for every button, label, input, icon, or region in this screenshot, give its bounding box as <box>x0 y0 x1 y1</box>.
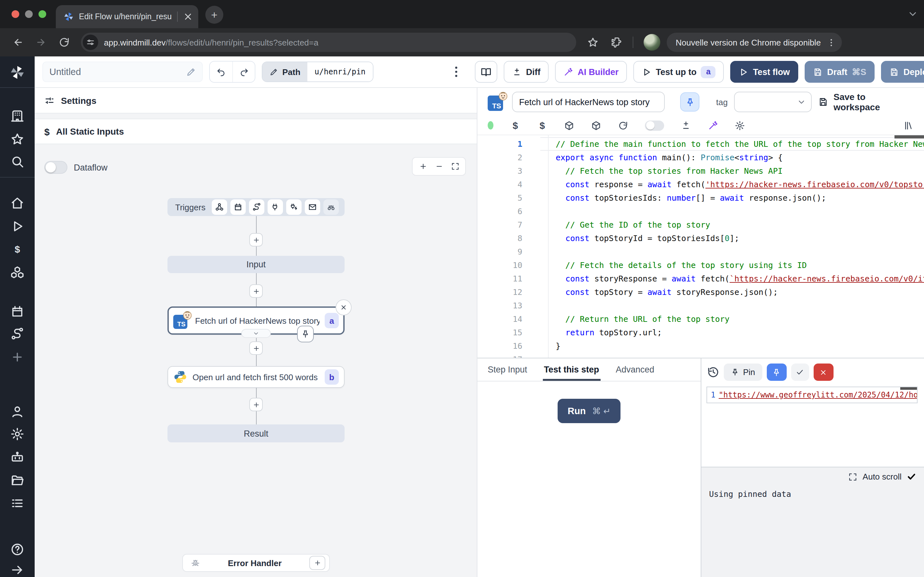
insert-step-button[interactable] <box>249 342 263 355</box>
error-handler-node[interactable]: Error Handler <box>182 554 330 572</box>
extensions-icon[interactable] <box>610 37 622 48</box>
trigger-route-button[interactable] <box>249 199 264 215</box>
package-icon[interactable] <box>564 120 574 131</box>
new-tab-button[interactable]: + <box>205 6 223 24</box>
dataflow-toggle[interactable] <box>44 161 67 174</box>
auto-scroll-control[interactable]: Auto scroll <box>709 472 916 482</box>
code-line[interactable]: 10 // Fetch the details of the top story… <box>477 258 924 272</box>
sidebar-home-icon[interactable] <box>10 196 24 210</box>
settings-row[interactable]: Settings <box>35 88 477 113</box>
insert-step-button[interactable] <box>249 284 263 298</box>
diff-button[interactable]: Diff <box>503 61 549 83</box>
package-icon[interactable] <box>591 120 601 131</box>
address-bar[interactable]: app.windmill.dev/flows/edit/u/henri/pin_… <box>81 33 576 52</box>
fit-view-button[interactable] <box>448 159 462 173</box>
sidebar-list-icon[interactable] <box>10 496 24 510</box>
refresh-icon[interactable] <box>618 120 628 131</box>
history-icon[interactable] <box>707 366 719 378</box>
toggle-icon[interactable] <box>645 120 664 131</box>
zoom-out-button[interactable] <box>432 159 446 173</box>
flow-canvas[interactable]: Dataflow Triggers <box>35 144 477 577</box>
run-button[interactable]: Run ⌘ ↵ <box>557 399 621 423</box>
code-line[interactable]: 7 // Get the ID of the top story <box>477 218 924 231</box>
code-line[interactable]: 4 const response = await fetch('https://… <box>477 177 924 191</box>
trigger-mail-button[interactable] <box>305 199 320 215</box>
add-error-handler-button[interactable] <box>309 556 325 570</box>
chrome-update-button[interactable]: Nouvelle version de Chrome disponible <box>667 33 842 52</box>
tab-search-chevron-icon[interactable] <box>907 8 918 19</box>
sidebar-question-icon[interactable] <box>10 542 24 556</box>
code-line[interactable]: 9 <box>477 245 924 258</box>
dollar-icon[interactable]: $ <box>510 120 520 131</box>
dollar-icon[interactable]: $ <box>537 120 548 131</box>
sidebar-route-icon[interactable] <box>10 327 24 341</box>
pin-chip-button[interactable]: Pin <box>724 364 762 381</box>
test-up-to-badge[interactable]: a <box>701 66 716 78</box>
trigger-plug-button[interactable] <box>268 199 283 215</box>
sidebar-search-icon[interactable] <box>10 155 24 169</box>
edit-pencil-icon[interactable] <box>186 67 196 77</box>
undo-button[interactable] <box>210 61 232 82</box>
zoom-in-button[interactable] <box>416 159 430 173</box>
insert-step-button[interactable] <box>249 398 263 411</box>
expand-icon[interactable] <box>849 472 858 481</box>
deploy-button[interactable]: Deploy <box>881 61 924 83</box>
avatar[interactable] <box>644 34 660 51</box>
windmill-logo-icon[interactable] <box>10 65 25 80</box>
tab-advanced[interactable]: Advanced <box>615 358 654 381</box>
code-line[interactable]: 14 // Return the URL of the top story <box>477 312 924 326</box>
code-line[interactable]: 12 const topStory = await storyResponse.… <box>477 285 924 299</box>
editor-scrollbar[interactable] <box>895 135 924 139</box>
window-minimize-button[interactable] <box>25 10 33 18</box>
save-to-workspace-button[interactable]: Save to workspace <box>818 92 914 112</box>
sidebar-calendar-icon[interactable] <box>10 305 24 319</box>
site-info-icon[interactable] <box>83 35 98 50</box>
reload-icon[interactable] <box>58 37 70 48</box>
accept-button[interactable] <box>791 364 809 381</box>
browser-tab[interactable]: Edit Flow u/henri/pin_results <box>56 5 198 28</box>
sidebar-arrow-right-icon[interactable] <box>10 563 24 577</box>
expand-step-chevron[interactable] <box>241 329 271 338</box>
triggers-node[interactable]: Triggers <box>168 198 344 216</box>
more-options-icon[interactable] <box>449 65 463 79</box>
sidebar-star-icon[interactable] <box>10 132 24 146</box>
flow-step-b[interactable]: Open url and fetch first 500 words of ..… <box>168 366 344 388</box>
sidebar-cubes-icon[interactable] <box>10 266 24 279</box>
pin-active-button[interactable] <box>767 364 787 381</box>
tab-close-icon[interactable] <box>183 11 193 22</box>
sidebar-robot-icon[interactable] <box>10 450 24 464</box>
pinned-step-icon[interactable] <box>297 326 314 342</box>
insert-step-button[interactable] <box>249 233 263 247</box>
code-line[interactable]: 16} <box>477 339 924 353</box>
pin-step-button[interactable] <box>680 92 700 111</box>
sidebar-dollar-icon[interactable]: $ <box>10 242 24 256</box>
code-line[interactable]: 17 <box>477 353 924 358</box>
back-icon[interactable] <box>12 37 24 48</box>
window-zoom-button[interactable] <box>39 10 46 18</box>
flow-name-input[interactable]: Untitled <box>42 61 203 82</box>
all-static-inputs-row[interactable]: $ All Static Inputs <box>35 119 477 144</box>
window-close-button[interactable] <box>11 10 19 18</box>
path-button[interactable]: Path u/henri/pin <box>262 61 373 82</box>
code-line[interactable]: 11 const storyResponse = await fetch(`ht… <box>477 272 924 285</box>
library-icon[interactable] <box>903 120 914 131</box>
code-line[interactable]: 15 return topStory.url; <box>477 326 924 339</box>
remove-step-button[interactable] <box>336 300 352 316</box>
code-line[interactable]: 1// Define the main function to fetch th… <box>477 137 924 151</box>
test-up-to-button[interactable]: Test up to a <box>633 61 724 83</box>
tab-test-this-step[interactable]: Test this step <box>544 358 599 381</box>
code-line[interactable]: 13 <box>477 299 924 312</box>
plus-minus-icon[interactable] <box>681 120 691 131</box>
code-line[interactable]: 5 const topStoriesIds: number[] = await … <box>477 191 924 205</box>
code-line[interactable]: 3 // Fetch the top stories from Hacker N… <box>477 164 924 177</box>
trigger-binoculars-button[interactable] <box>323 199 339 215</box>
code-line[interactable]: 2export async function main(): Promise<s… <box>477 151 924 164</box>
test-flow-button[interactable]: Test flow <box>730 61 798 83</box>
gear-icon[interactable] <box>735 120 745 131</box>
trigger-calendar-button[interactable] <box>230 199 246 215</box>
code-line[interactable]: 6 <box>477 205 924 218</box>
code-line[interactable]: 8 const topStoryId = topStoriesIds[0]; <box>477 231 924 245</box>
draft-button[interactable]: Draft ⌘S <box>804 61 875 83</box>
ai-builder-button[interactable]: AI Builder <box>555 61 627 83</box>
trigger-webhook-button[interactable] <box>212 199 227 215</box>
